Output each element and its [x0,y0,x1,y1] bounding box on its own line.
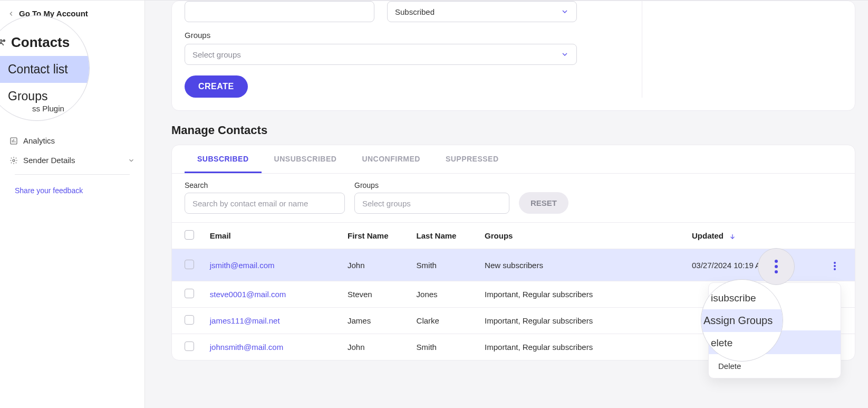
tab-suppressed[interactable]: SUPPRESSED [433,145,512,173]
create-contact-side-panel [642,1,842,98]
mag-menu-assign-groups: Assign Groups [701,309,783,332]
reset-button-label: RESET [531,198,557,207]
create-button-label: CREATE [198,82,234,91]
contact-email-link[interactable]: james111@mail.net [210,316,280,325]
actions-button-magnifier [758,248,795,285]
table-head: Email First Name Last Name Groups Update… [172,223,855,249]
svg-point-1 [3,40,5,42]
col-updated-label: Updated [692,231,724,240]
chevron-down-icon [561,7,569,16]
sidebar-item-analytics[interactable]: Analytics [0,131,144,150]
create-contact-card: Subscribed Groups Select groups CREATE [171,1,855,111]
svg-point-3 [13,159,15,162]
row-checkbox[interactable] [185,315,194,325]
cell-last-name: Smith [410,334,479,360]
sidebar-item-sender-details[interactable]: Sender Details [0,150,144,170]
groups-placeholder: Select groups [192,50,241,59]
cell-groups: New subscribers [478,249,686,281]
tab-unconfirmed[interactable]: UNCONFIRMED [349,145,433,173]
cell-last-name: Clarke [410,308,479,334]
contacts-icon [0,37,7,47]
status-tabs: SUBSCRIBED UNSUBSCRIBED UNCONFIRMED SUPP… [172,145,855,174]
search-filter: Search [185,181,345,214]
dots-vertical-icon [775,260,778,273]
groups-filter-select[interactable]: Select groups [354,193,509,214]
reset-button[interactable]: RESET [519,192,568,214]
col-last-name[interactable]: Last Name [410,223,479,249]
chevron-down-icon [561,50,569,59]
app-root: Go To My Account Contacts Contact list G… [0,0,868,408]
contacts-table-card: SUBSCRIBED UNSUBSCRIBED UNCONFIRMED SUPP… [171,145,855,360]
chevron-down-icon [128,157,135,164]
cell-first-name: John [341,334,410,360]
cell-first-name: John [341,249,410,281]
groups-filter-label: Groups [354,181,509,189]
search-label: Search [185,181,345,189]
search-input[interactable] [185,193,345,214]
share-feedback-label: Share your feedback [15,186,83,195]
tab-unsubscribed[interactable]: UNSUBSCRIBED [262,145,350,173]
cell-first-name: Steven [341,281,410,308]
sidebar-groups-label: Groups [8,89,47,103]
row-checkbox[interactable] [185,260,194,269]
table-row: jsmith@email.com John Smith New subscrib… [172,249,855,281]
mag-menu-unsubscribe: isubscribe [701,287,783,309]
contact-email-link[interactable]: johnsmith@mail.com [210,343,283,352]
name-input[interactable] [185,1,374,22]
groups-filter-placeholder: Select groups [362,199,411,208]
dots-vertical-icon [834,262,836,270]
tab-unconfirmed-label: UNCONFIRMED [362,155,420,163]
divider [15,174,130,175]
cell-groups: Important, Regular subscribers [478,281,686,308]
row-actions-button[interactable] [827,259,842,273]
manage-contacts-title: Manage Contacts [171,124,855,137]
sidebar-item-plugin-fragment: ss Plugin [32,104,64,113]
status-field-wrap: Subscribed [387,1,577,22]
share-feedback-link[interactable]: Share your feedback [0,179,144,202]
table-filters: Search Groups Select groups RESET [172,174,855,222]
sidebar-section-contacts[interactable]: Contacts [0,31,89,56]
row-checkbox[interactable] [185,289,194,298]
tab-unsubscribed-label: UNSUBSCRIBED [274,155,337,163]
create-contact-form: Subscribed Groups Select groups CREATE [185,1,629,98]
analytics-icon [9,137,18,145]
arrow-left-icon [7,10,15,17]
cell-groups: Important, Regular subscribers [478,334,686,360]
table-header-row: Email First Name Last Name Groups Update… [172,223,855,249]
sidebar-item-groups[interactable]: Groups [0,83,89,106]
status-select[interactable]: Subscribed [387,1,577,22]
col-first-name[interactable]: First Name [341,223,410,249]
form-row-top: Subscribed [185,1,629,22]
tab-subscribed-label: SUBSCRIBED [197,155,249,163]
cell-last-name: Jones [410,281,479,308]
sidebar-sender-details-label: Sender Details [23,156,75,165]
col-actions [808,223,855,249]
main-content: Subscribed Groups Select groups CREATE M… [145,1,868,408]
groups-filter: Groups Select groups [354,181,509,214]
cell-groups: Important, Regular subscribers [478,308,686,334]
sidebar-contact-list-label: Contact list [8,62,68,76]
sidebar: Go To My Account Contacts Contact list G… [0,1,145,408]
contact-email-link[interactable]: steve0001@mail.com [210,290,286,299]
menu-item-delete-label: Delete [718,362,741,371]
select-all-checkbox[interactable] [185,230,194,240]
contact-email-link[interactable]: jsmith@email.com [210,261,275,270]
sidebar-item-contact-list[interactable]: Contact list [0,56,90,83]
svg-point-0 [0,40,2,43]
status-value: Subscribed [395,7,435,16]
gear-icon [9,156,18,165]
sort-desc-icon [729,233,736,240]
col-updated[interactable]: Updated [686,223,808,249]
cell-last-name: Smith [410,249,479,281]
cell-first-name: James [341,308,410,334]
row-checkbox[interactable] [185,341,194,351]
col-email[interactable]: Email [204,223,341,249]
tab-subscribed[interactable]: SUBSCRIBED [185,145,262,173]
name-field-wrap [185,1,374,22]
sidebar-analytics-label: Analytics [23,136,55,145]
col-groups[interactable]: Groups [478,223,686,249]
sidebar-contacts-label: Contacts [11,34,70,51]
create-button[interactable]: CREATE [185,75,248,98]
groups-field-label: Groups [185,31,629,40]
groups-select[interactable]: Select groups [185,44,577,65]
